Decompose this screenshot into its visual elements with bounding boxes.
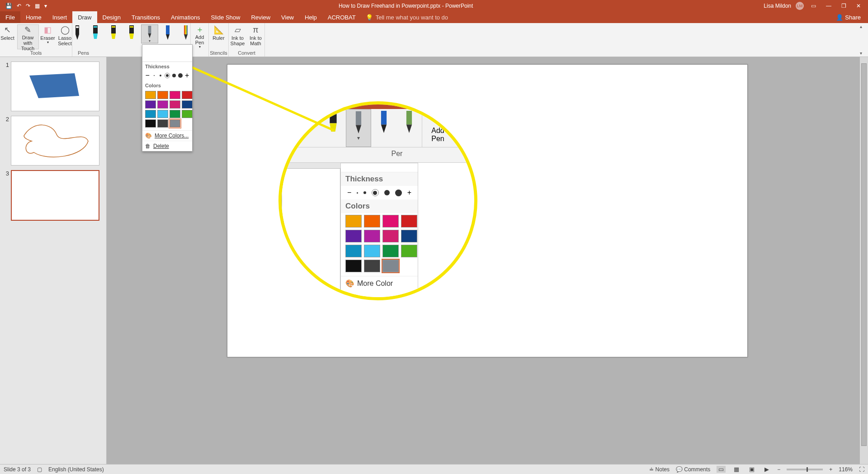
thickness-3-selected[interactable]: [165, 73, 170, 78]
color-swatch[interactable]: [145, 119, 156, 128]
tell-me-search[interactable]: 💡 Tell me what you want to do: [366, 14, 448, 21]
svg-rect-2: [76, 26, 79, 28]
tab-slideshow[interactable]: Slide Show: [205, 11, 245, 23]
pen-black[interactable]: [69, 24, 86, 43]
close-icon[interactable]: ✕: [854, 3, 863, 9]
svg-marker-15: [166, 34, 170, 40]
slide-thumb-2[interactable]: [11, 116, 99, 166]
chevron-down-icon[interactable]: ▾: [149, 39, 151, 43]
thickness-minus[interactable]: −: [145, 73, 150, 78]
vertical-scrollbar[interactable]: [860, 57, 868, 464]
ink-shape-icon: ▱: [235, 25, 241, 35]
sorter-view-icon[interactable]: ▦: [732, 466, 741, 473]
tab-view[interactable]: View: [276, 11, 299, 23]
color-swatch[interactable]: [170, 100, 180, 109]
delete-pen-button[interactable]: 🗑 Delete: [142, 141, 192, 151]
pen-blue[interactable]: [159, 24, 176, 43]
mag-more-colors: More Color: [357, 280, 393, 288]
user-name[interactable]: Lisa Mildon: [764, 3, 791, 9]
notes-button[interactable]: ≐ Notes: [649, 466, 670, 473]
add-pen-button[interactable]: ＋ Add Pen ▾: [192, 24, 208, 49]
highlighter-yellow[interactable]: [105, 24, 122, 43]
share-button[interactable]: 👤 Share: [836, 14, 868, 21]
select-button[interactable]: ↖ Select: [0, 24, 16, 49]
accessibility-icon[interactable]: ▢: [37, 466, 42, 473]
thickness-plus[interactable]: +: [184, 73, 190, 78]
zoom-out-icon[interactable]: −: [777, 466, 780, 473]
color-swatch[interactable]: [182, 110, 193, 118]
tab-transitions[interactable]: Transitions: [126, 11, 165, 23]
qat-more-icon[interactable]: ▾: [43, 2, 48, 10]
thickness-1[interactable]: [151, 73, 157, 78]
pens-group-label: Pens: [74, 49, 89, 57]
colors-label: Colors: [142, 81, 192, 90]
color-swatch[interactable]: [170, 110, 180, 118]
mag-thickness-label: Thickness: [341, 172, 418, 186]
color-swatch[interactable]: [182, 100, 193, 109]
tab-insert[interactable]: Insert: [47, 11, 73, 23]
tab-animations[interactable]: Animations: [165, 11, 205, 23]
mag-color-swatch: [345, 230, 362, 242]
pen-grey[interactable]: ▾: [141, 24, 158, 43]
tab-design[interactable]: Design: [97, 11, 126, 23]
draw-with-touch-button[interactable]: ✎ Draw with Touch: [17, 24, 39, 49]
thickness-4[interactable]: [171, 73, 177, 78]
color-swatch[interactable]: [157, 100, 168, 109]
tab-acrobat[interactable]: ACROBAT: [322, 11, 361, 23]
tab-review[interactable]: Review: [245, 11, 276, 23]
ruler-button[interactable]: 📐 Ruler: [210, 24, 228, 49]
comments-button[interactable]: 💬 Comments: [676, 466, 710, 473]
color-swatch[interactable]: [170, 91, 180, 99]
color-swatch[interactable]: [182, 91, 193, 99]
tab-file[interactable]: File: [0, 11, 20, 23]
color-grid: [142, 90, 192, 130]
slide-thumb-1[interactable]: [11, 62, 99, 111]
thickness-2[interactable]: [158, 73, 163, 78]
highlighter-cyan[interactable]: [87, 24, 104, 43]
ink-to-shape-button[interactable]: ▱ Ink to Shape: [229, 24, 246, 49]
slide-thumbnail-panel[interactable]: 1 2 3: [0, 57, 107, 464]
tab-home[interactable]: Home: [20, 11, 47, 23]
color-swatch[interactable]: [145, 100, 156, 109]
reading-view-icon[interactable]: ▣: [747, 466, 756, 473]
save-icon[interactable]: 💾: [5, 2, 13, 10]
popup-pen-preview: [142, 45, 192, 62]
zoom-in-icon[interactable]: +: [829, 466, 832, 473]
scrollbar-thumb[interactable]: [861, 63, 867, 446]
normal-view-icon[interactable]: ▭: [717, 466, 726, 473]
slide-counter[interactable]: Slide 3 of 3: [4, 466, 31, 473]
tab-help[interactable]: Help: [299, 11, 322, 23]
ruler-label: Ruler: [212, 35, 224, 41]
color-swatch[interactable]: [157, 110, 168, 118]
undo-icon[interactable]: ↶: [16, 2, 22, 10]
svg-marker-7: [111, 33, 116, 39]
ribbon-display-icon[interactable]: ▭: [808, 3, 819, 9]
fit-to-window-icon[interactable]: ⛶: [859, 466, 864, 473]
svg-marker-17: [184, 34, 188, 40]
present-from-start-icon[interactable]: ▦: [34, 2, 41, 10]
eraser-button[interactable]: ◧ Eraser ▾: [40, 24, 56, 49]
svg-rect-8: [112, 26, 115, 28]
mag-color-swatch: [364, 215, 380, 228]
zoom-level[interactable]: 116%: [839, 466, 853, 473]
redo-icon[interactable]: ↷: [25, 2, 31, 10]
slideshow-view-icon[interactable]: ▶: [763, 466, 771, 473]
tab-draw[interactable]: Draw: [72, 11, 97, 23]
more-colors-button[interactable]: 🎨 More Colors...: [142, 130, 192, 141]
color-swatch[interactable]: [145, 91, 156, 99]
user-avatar[interactable]: LM: [796, 2, 804, 10]
ribbon-collapse-down-icon[interactable]: ▾: [860, 51, 867, 56]
highlighter-yellow-2[interactable]: [123, 24, 140, 43]
color-swatch[interactable]: [170, 119, 180, 128]
document-title: How to Draw Freehand in Powerpoint.pptx …: [48, 3, 764, 9]
ink-to-math-button[interactable]: π Ink to Math: [247, 24, 264, 49]
color-swatch[interactable]: [157, 91, 168, 99]
language-indicator[interactable]: English (United States): [48, 466, 104, 473]
color-swatch[interactable]: [157, 119, 168, 128]
minimize-icon[interactable]: —: [823, 3, 834, 9]
ribbon-collapse-up-icon[interactable]: ▴: [860, 24, 867, 29]
restore-icon[interactable]: ❐: [839, 3, 849, 9]
slide-thumb-3[interactable]: [11, 170, 99, 221]
color-swatch[interactable]: [145, 110, 156, 118]
thickness-5[interactable]: [178, 73, 183, 78]
